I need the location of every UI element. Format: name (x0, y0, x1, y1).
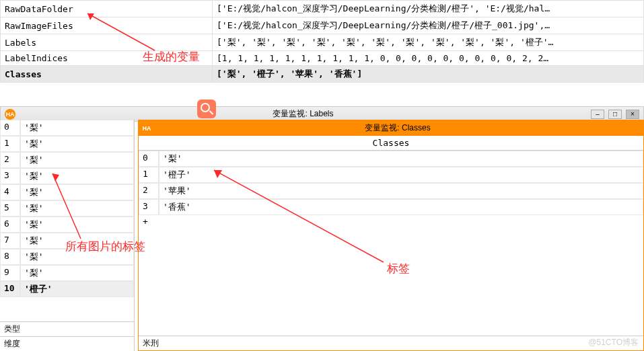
row-value[interactable]: '梨' (20, 233, 134, 249)
row-value[interactable]: '梨' (20, 152, 134, 168)
row-value[interactable]: '橙子' (20, 281, 134, 297)
row-value[interactable]: '梨' (159, 151, 643, 167)
ha-icon: HA (5, 109, 15, 120)
row-index[interactable]: 3 (139, 199, 159, 215)
ha-icon: HA (141, 123, 152, 134)
close-button[interactable]: × (626, 110, 639, 119)
labels-title: 变量监视: Labels (273, 108, 333, 120)
variable-row[interactable]: Labels['梨', '梨', '梨', '梨', '梨', '梨', '梨'… (1, 34, 644, 51)
row-index[interactable]: 10 (0, 281, 20, 297)
var-name: RawDataFolder (1, 1, 213, 17)
row-index[interactable]: 9 (0, 265, 20, 281)
row-index[interactable]: 4 (0, 184, 20, 200)
var-value: [1, 1, 1, 1, 1, 1, 1, 1, 1, 1, 0, 0, 0, … (213, 51, 644, 66)
row-index[interactable]: 0 (139, 151, 159, 167)
variable-row[interactable]: LabelIndices[1, 1, 1, 1, 1, 1, 1, 1, 1, … (1, 51, 644, 66)
variable-row[interactable]: RawDataFolder['E:/视觉/halcon_深度学习/DeepLea… (1, 1, 644, 17)
footer-right: 米刑 (139, 336, 643, 350)
classes-column-header: Classes (139, 136, 643, 151)
variables-table[interactable]: RawDataFolder['E:/视觉/halcon_深度学习/DeepLea… (0, 0, 644, 83)
row-index[interactable]: 1 (139, 167, 159, 183)
watermark: @51CTO博客 (588, 337, 639, 348)
row-value[interactable]: '梨' (20, 136, 134, 152)
row-value[interactable]: '梨' (20, 168, 134, 184)
footer-type: 类型 (0, 321, 134, 336)
variable-row[interactable]: RawImageFiles['E:/视觉/halcon_深度学习/DeepLea… (1, 17, 644, 34)
add-row-button[interactable]: + (139, 215, 643, 228)
row-index[interactable]: 0 (0, 120, 20, 136)
classes-panel: HA 变量监视: Classes Classes 0'梨'1'橙子'2'苹果'3… (138, 120, 644, 351)
row-index[interactable]: 5 (0, 200, 20, 217)
row-index[interactable]: 3 (0, 168, 20, 184)
row-value[interactable]: '梨' (20, 265, 134, 281)
row-index[interactable]: 7 (0, 233, 20, 249)
row-value[interactable]: '梨' (20, 249, 134, 265)
row-index[interactable]: 2 (139, 183, 159, 199)
row-index[interactable]: 6 (0, 217, 20, 233)
classes-grid[interactable]: 0'梨'1'橙子'2'苹果'3'香蕉' (139, 151, 643, 215)
row-value[interactable]: '梨' (20, 120, 134, 136)
variable-row[interactable]: Classes['梨', '橙子', '苹果', '香蕉'] (1, 66, 644, 83)
row-index[interactable]: 1 (0, 136, 20, 152)
search-icon[interactable] (197, 100, 216, 118)
row-index[interactable]: 8 (0, 249, 20, 265)
row-index[interactable]: 2 (0, 152, 20, 168)
var-name: Labels (1, 34, 213, 51)
row-value[interactable]: '橙子' (159, 167, 643, 183)
var-name: RawImageFiles (1, 17, 213, 34)
row-value[interactable]: '苹果' (159, 183, 643, 199)
row-value[interactable]: '梨' (20, 217, 134, 233)
row-value[interactable]: '香蕉' (159, 199, 643, 215)
var-name: Classes (1, 66, 213, 83)
labels-grid[interactable]: 0'梨'1'梨'2'梨'3'梨'4'梨'5'梨'6'梨'7'梨'8'梨'9'梨'… (0, 120, 134, 297)
classes-titlebar[interactable]: HA 变量监视: Classes (139, 120, 643, 136)
var-value: ['梨', '梨', '梨', '梨', '梨', '梨', '梨', '梨',… (213, 34, 644, 51)
maximize-button[interactable]: □ (608, 110, 622, 119)
var-value: ['梨', '橙子', '苹果', '香蕉'] (213, 66, 644, 83)
row-value[interactable]: '梨' (20, 184, 134, 200)
footer-dim: 维度 (0, 336, 134, 351)
var-value: ['E:/视觉/halcon_深度学习/DeepLearning/分类检测/橙子… (213, 1, 644, 17)
var-value: ['E:/视觉/halcon_深度学习/DeepLearning/分类检测/橙子… (213, 17, 644, 34)
minimize-button[interactable]: – (591, 110, 604, 119)
var-name: LabelIndices (1, 51, 213, 66)
row-value[interactable]: '梨' (20, 200, 134, 217)
labels-panel: 0'梨'1'梨'2'梨'3'梨'4'梨'5'梨'6'梨'7'梨'8'梨'9'梨'… (0, 120, 135, 351)
